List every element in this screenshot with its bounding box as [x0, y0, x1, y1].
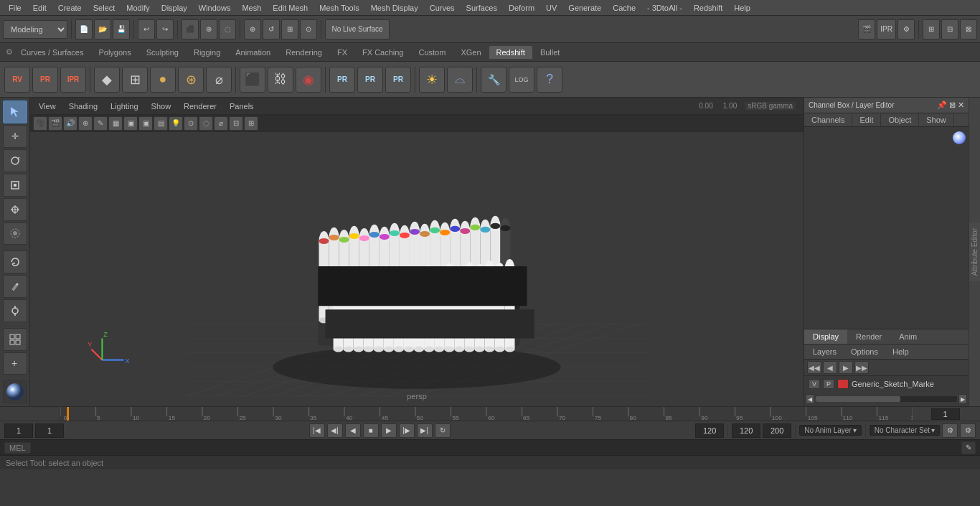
layer-back-btn[interactable]: ◀: [823, 361, 837, 374]
ipr-btn[interactable]: IPR: [877, 19, 896, 39]
save-btn[interactable]: 💾: [113, 19, 130, 39]
vp-film-btn[interactable]: 🎬: [48, 116, 62, 131]
menu-select[interactable]: Select: [88, 2, 121, 14]
menu-display[interactable]: Display: [156, 2, 193, 14]
open-btn[interactable]: 📂: [94, 19, 111, 39]
select-tool[interactable]: [3, 100, 27, 123]
grid-btn[interactable]: [3, 328, 27, 351]
layer-end-btn[interactable]: ▶▶: [854, 361, 869, 374]
move-tool[interactable]: ✛: [3, 125, 27, 148]
menu-edit[interactable]: Edit: [27, 2, 52, 14]
mel-script-editor-btn[interactable]: ✎: [961, 441, 976, 454]
vp-menu-shading[interactable]: Shading: [65, 100, 102, 112]
menu-curves[interactable]: Curves: [424, 2, 461, 14]
go-start-btn[interactable]: |◀: [309, 423, 325, 438]
menu-mesh-tools[interactable]: Mesh Tools: [314, 2, 364, 14]
ch-tab-show[interactable]: Show: [919, 113, 954, 126]
layout-btn-3[interactable]: ⊠: [960, 19, 977, 39]
menu-uv[interactable]: UV: [540, 2, 562, 14]
shelf-tab-custom[interactable]: Custom: [412, 46, 453, 59]
rs-icon-chain[interactable]: ⛓: [268, 67, 293, 93]
color-picker-icon[interactable]: [953, 131, 966, 144]
menu-generate[interactable]: Generate: [562, 2, 607, 14]
vp-menu-panels[interactable]: Panels: [225, 100, 258, 112]
menu-modify[interactable]: Modify: [121, 2, 155, 14]
select-tool-btn[interactable]: ⬛: [182, 19, 199, 39]
play-fwd-btn[interactable]: ▶: [381, 423, 397, 438]
ch-tab-object[interactable]: Object: [881, 113, 919, 126]
vp-light-btn[interactable]: 💡: [169, 116, 183, 131]
layer-p-btn[interactable]: P: [823, 379, 834, 389]
vp-menu-view[interactable]: View: [34, 100, 60, 112]
shelf-tab-fx-caching[interactable]: FX Caching: [355, 46, 410, 59]
rs-icon-box[interactable]: ⬛: [240, 67, 265, 93]
mel-toggle-btn[interactable]: MEL: [4, 442, 31, 454]
rs-icon-multiobj[interactable]: ⊛: [178, 67, 204, 93]
lst-layers[interactable]: Layers: [807, 346, 842, 357]
plus-btn[interactable]: +: [3, 352, 27, 375]
vp-menu-renderer[interactable]: Renderer: [179, 100, 221, 112]
rs-icon-pr4[interactable]: PR: [385, 67, 411, 93]
rs-icon-help[interactable]: ?: [537, 67, 562, 93]
mel-input[interactable]: [35, 444, 961, 452]
no-anim-layer-btn[interactable]: No Anim Layer ▾: [799, 425, 862, 436]
rs-icon-ipr[interactable]: PR: [32, 67, 58, 93]
redo-btn[interactable]: ↪: [156, 19, 174, 39]
snap-tool[interactable]: [3, 299, 27, 322]
menu-surfaces[interactable]: Surfaces: [461, 2, 503, 14]
vp-snap-btn[interactable]: ⊞: [244, 116, 258, 131]
shelf-tab-xgen[interactable]: XGen: [453, 46, 488, 59]
paint-tool[interactable]: [3, 275, 27, 298]
vp-uvs-btn[interactable]: ⊟: [229, 116, 243, 131]
vp-shadow-btn[interactable]: ⊙: [184, 116, 198, 131]
loop-btn[interactable]: ↻: [435, 423, 451, 438]
ch-tab-channels[interactable]: Channels: [804, 113, 852, 126]
menu-cache[interactable]: Cache: [607, 2, 641, 14]
vp-speaker-btn[interactable]: 🔊: [63, 116, 77, 131]
move-btn[interactable]: ⊕: [244, 19, 261, 39]
shelf-tab-rigging[interactable]: Rigging: [187, 46, 227, 59]
workspace-dropdown[interactable]: Modeling: [3, 20, 67, 39]
layer-scroll-right[interactable]: ▶: [958, 394, 967, 404]
layer-scroll-thumb[interactable]: [816, 396, 900, 402]
shelf-tab-curves[interactable]: Curves / Surfaces: [14, 46, 90, 59]
ch-tab-edit[interactable]: Edit: [852, 113, 881, 126]
vp-shaded-btn[interactable]: ▣: [138, 116, 153, 131]
vp-sel-btn[interactable]: ▦: [108, 116, 123, 131]
vp-step-btn[interactable]: ⊕: [78, 116, 93, 131]
rs-icon-log[interactable]: LOG: [509, 67, 534, 93]
layout-btn-2[interactable]: ⊟: [941, 19, 958, 39]
lst-options[interactable]: Options: [845, 346, 884, 357]
go-end-btn[interactable]: ▶|: [417, 423, 433, 438]
start-frame-field[interactable]: [4, 423, 33, 438]
menu-mesh-display[interactable]: Mesh Display: [365, 2, 424, 14]
vp-textured-btn[interactable]: ▤: [154, 116, 168, 131]
vp-menu-show[interactable]: Show: [147, 100, 176, 112]
viewport[interactable]: View Shading Lighting Show Renderer Pane…: [30, 98, 804, 406]
vp-cam-btn[interactable]: 🎥: [33, 116, 47, 131]
menu-deform[interactable]: Deform: [503, 2, 540, 14]
shelf-tab-rendering[interactable]: Rendering: [278, 46, 329, 59]
rs-icon-circle[interactable]: ◉: [296, 67, 321, 93]
shelf-tab-redshift[interactable]: Redshift: [489, 46, 532, 59]
menu-help[interactable]: Help: [728, 2, 756, 14]
shelf-tab-sculpting[interactable]: Sculpting: [139, 46, 186, 59]
range-end-field[interactable]: [732, 423, 760, 438]
lasso-btn[interactable]: ◌: [219, 19, 236, 39]
anim-extra-btn[interactable]: ⚙: [960, 423, 976, 438]
scale-btn[interactable]: ⊞: [281, 19, 298, 39]
menu-windows[interactable]: Windows: [193, 2, 237, 14]
shelf-tab-fx[interactable]: FX: [330, 46, 354, 59]
dr-tab-anim[interactable]: Anim: [890, 329, 925, 344]
current-frame-field[interactable]: [35, 423, 64, 438]
layer-scroll-left[interactable]: ◀: [806, 394, 814, 404]
rotate-tool[interactable]: [3, 149, 27, 172]
rs-icon-dome[interactable]: ⌓: [447, 67, 473, 93]
render-view-btn[interactable]: 🎬: [858, 19, 875, 39]
rs-icon-pr3[interactable]: PR: [357, 67, 383, 93]
play-back-btn[interactable]: ◀: [345, 423, 361, 438]
cb-close-icon[interactable]: ✕: [958, 100, 964, 110]
timeline-ruler[interactable]: 0 5 10 15 20 25 30 35 40 45 50 55 60: [60, 407, 913, 421]
rs-icon-sphere[interactable]: ●: [150, 67, 176, 93]
rs-icon-sun[interactable]: ☀: [419, 67, 445, 93]
